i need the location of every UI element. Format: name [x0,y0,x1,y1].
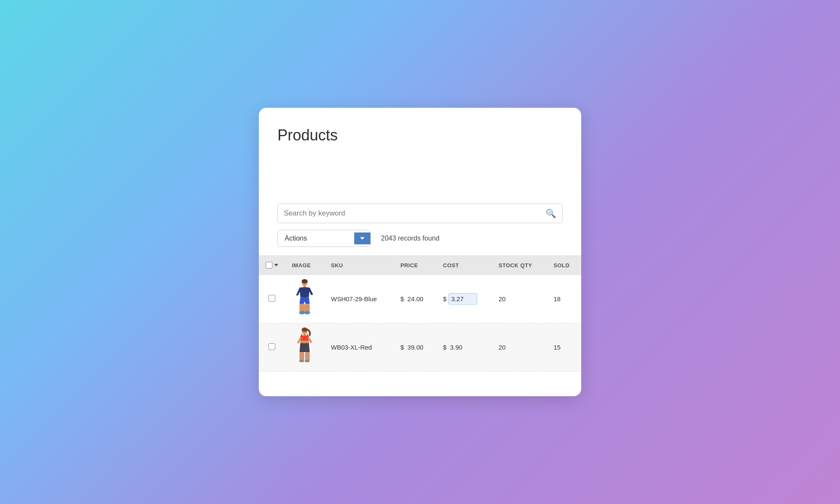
row-price-1: $ 24.00 [394,275,437,323]
search-input[interactable] [284,209,546,218]
col-image: IMAGE [285,256,324,275]
row-select-1 [259,275,285,323]
select-all-checkbox[interactable] [266,262,272,269]
toolbar: 🔍 Actions 2043 records found [259,204,581,247]
actions-row: Actions 2043 records found [277,230,563,247]
cost-input-1[interactable] [448,293,477,305]
cost-value-2: 3.90 [448,344,462,351]
row-sku-2: WB03-XL-Red [324,323,394,372]
row-image-2 [285,323,324,372]
search-icon[interactable]: 🔍 [546,208,556,218]
table-row: WB03-XL-Red $ 39.00 $ 3.90 20 15 [259,323,581,372]
cost-prefix-1: $ [443,295,446,302]
svg-point-5 [304,311,310,314]
col-stock-qty: STOCK QTY [492,256,547,275]
row-cost-1: $ [436,275,492,323]
actions-chevron-button[interactable] [354,232,370,244]
products-table: IMAGE SKU PRICE COST STOCK QTY SOLD [259,255,581,372]
table-header-row: IMAGE SKU PRICE COST STOCK QTY SOLD [259,256,581,275]
products-panel: Products 🔍 Actions 2043 records found [259,108,581,396]
row-checkbox-1[interactable] [269,295,275,302]
row-price-2: $ 39.00 [394,323,437,372]
product-figure-bra [292,328,317,366]
svg-point-14 [305,360,310,362]
select-all-header [259,256,285,275]
svg-point-13 [299,360,304,362]
row-stock-qty-1: 20 [492,275,547,323]
row-cost-2: $ 3.90 [436,323,492,372]
cost-prefix-2: $ [443,344,446,351]
col-sold: SOLD [547,256,581,275]
chevron-down-icon [360,237,364,240]
row-image-1 [285,275,324,323]
products-table-container: IMAGE SKU PRICE COST STOCK QTY SOLD [259,255,581,372]
select-all-chevron-icon[interactable] [274,264,278,266]
svg-point-4 [299,311,305,314]
row-stock-qty-2: 20 [492,323,547,372]
svg-point-6 [302,279,308,283]
search-bar: 🔍 [277,204,563,223]
row-sold-1: 18 [547,275,581,323]
table-row: WSH07-29-Blue $ 24.00 $ 20 18 [259,275,581,323]
row-sold-2: 15 [547,323,581,372]
col-cost: COST [436,256,492,275]
actions-dropdown: Actions [277,230,371,247]
row-checkbox-2[interactable] [269,343,275,350]
svg-rect-11 [300,352,304,361]
records-found: 2043 records found [381,235,440,242]
col-sku: SKU [324,256,394,275]
col-price: PRICE [394,256,437,275]
row-select-2 [259,323,285,372]
row-sku-1: WSH07-29-Blue [324,275,394,323]
svg-line-10 [307,334,308,336]
page-title: Products [259,126,581,144]
product-figure-shorts [292,279,317,317]
svg-point-15 [302,328,308,332]
svg-rect-12 [305,352,310,361]
svg-line-9 [301,334,302,336]
actions-label: Actions [278,230,354,246]
